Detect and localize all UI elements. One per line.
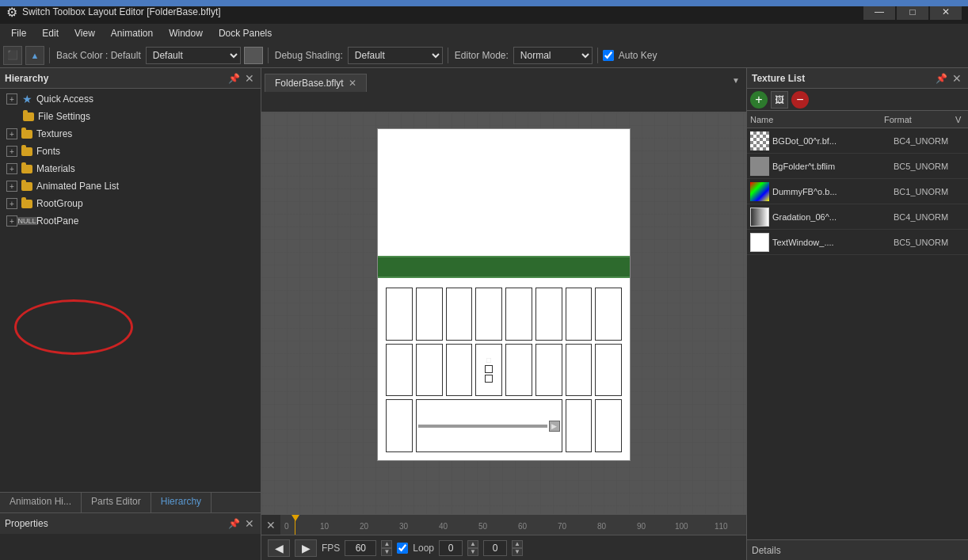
tree-label-textures: Textures (36, 128, 72, 139)
fps-spin-up[interactable]: ▲ (381, 540, 392, 548)
svg-text:80: 80 (597, 522, 607, 531)
texture-row-textwindow[interactable]: TextWindow_.... BC5_UNORM (747, 230, 968, 255)
editor-mode-select[interactable]: Normal (513, 47, 593, 64)
texture-row-bgdot[interactable]: BGDot_00^r.bf... BC4_UNORM (747, 128, 968, 154)
timeline-play-button[interactable]: ▶ (295, 539, 317, 557)
tree-expand-quick-access[interactable]: + (6, 93, 17, 105)
texture-row-gradation[interactable]: Gradation_06^... BC4_UNORM (747, 204, 968, 230)
toolbar-separator-4 (597, 48, 598, 63)
tree-label-quick-access: Quick Access (36, 93, 93, 105)
tree-item-materials[interactable]: + Materials (0, 160, 261, 177)
toolbar-btn-1[interactable]: ⬛ (3, 46, 22, 65)
fps-input[interactable] (345, 540, 376, 556)
tab-hierarchy[interactable]: Hierarchy (151, 493, 212, 512)
tree-expand-root-pane[interactable]: + (6, 215, 17, 227)
tree-label-fonts: Fonts (36, 146, 60, 157)
texture-thumb-textwindow (750, 233, 769, 252)
texture-name-textwindow: TextWindow_.... (772, 238, 890, 247)
debug-shading-select[interactable]: Default (348, 47, 443, 64)
properties-close-button[interactable]: ✕ (243, 517, 256, 530)
loop-checkbox[interactable] (397, 543, 408, 554)
minimize-button[interactable]: — (863, 4, 895, 20)
texture-image-button[interactable]: 🖼 (771, 91, 788, 109)
tree-item-fonts[interactable]: + Fonts (0, 143, 261, 160)
loop-end-input[interactable] (483, 540, 507, 556)
texture-add-button[interactable]: + (750, 91, 768, 109)
tree-item-textures[interactable]: + Textures (0, 125, 261, 143)
tree-item-animated-pane-list[interactable]: + Animated Pane List (0, 177, 261, 195)
texture-format-bgfolder: BC5_UNORM (894, 162, 965, 171)
tree-expand-materials[interactable]: + (6, 163, 17, 174)
loop-end-spin-up[interactable]: ▲ (512, 540, 523, 548)
menu-window[interactable]: Window (161, 26, 211, 40)
tree-expand-animated-pane-list[interactable]: + (6, 181, 17, 192)
texture-row-bgfolder[interactable]: BgFolder^t.bflim BC5_UNORM (747, 154, 968, 179)
menu-view[interactable]: View (67, 26, 103, 40)
canvas-tab-arrow[interactable]: ▼ (732, 76, 740, 85)
menu-file[interactable]: File (3, 26, 34, 40)
toolbar: ⬛ ▲ Back Color : Default Default Debug S… (0, 43, 968, 68)
auto-key-checkbox[interactable] (603, 50, 614, 61)
svg-text:40: 40 (439, 522, 448, 531)
toolbar-btn-2[interactable]: ▲ (25, 46, 44, 65)
grid-cell-2 (416, 288, 443, 341)
debug-shading-label: Debug Shading: (275, 50, 343, 61)
fps-spin-down[interactable]: ▼ (381, 548, 392, 556)
grid-cell-11 (446, 344, 473, 397)
back-color-label: Back Color : Default (56, 50, 141, 61)
texture-name-gradation: Gradation_06^... (772, 212, 890, 222)
folder-icon-fonts (21, 145, 33, 158)
svg-text:30: 30 (399, 522, 409, 531)
canvas-area: FolderBase.bflyt ✕ ▼ (261, 68, 746, 560)
tree-label-file-settings: File Settings (38, 111, 90, 122)
folder-icon-materials (21, 162, 33, 175)
canvas-tab-folder-base[interactable]: FolderBase.bflyt ✕ (265, 74, 367, 92)
loop-start-spin-down[interactable]: ▼ (467, 548, 478, 556)
main-layout: Hierarchy 📌 ✕ + ★ Quick Access File Sett… (0, 68, 968, 560)
canvas-tab-close-button[interactable]: ✕ (349, 78, 356, 89)
loop-start-input[interactable] (439, 540, 463, 556)
tree-item-file-settings[interactable]: File Settings (0, 108, 261, 125)
grid-cell-18: ▶ (416, 399, 562, 452)
tree-expand-fonts[interactable]: + (6, 146, 17, 157)
tree-item-root-group[interactable]: + RootGroup (0, 195, 261, 212)
properties-panel-controls: 📌 ✕ (227, 517, 256, 530)
hierarchy-pin-button[interactable]: 📌 (227, 72, 240, 85)
svg-text:110: 110 (715, 522, 728, 531)
tab-animation-history[interactable]: Animation Hi... (0, 493, 82, 512)
texture-delete-button[interactable]: − (791, 91, 809, 109)
svg-text:0: 0 (284, 522, 289, 531)
svg-text:70: 70 (558, 522, 567, 531)
folder-icon-animated-pane-list (21, 180, 33, 192)
back-color-select[interactable]: Default (146, 47, 241, 64)
timeline-close-button[interactable]: ✕ (261, 516, 280, 535)
loop-end-spin-down[interactable]: ▼ (512, 548, 523, 556)
canvas-container[interactable]: ▶ (261, 112, 746, 514)
tree-item-root-pane[interactable]: + NULL RootPane (0, 212, 261, 230)
maximize-button[interactable]: □ (897, 4, 928, 20)
close-button[interactable]: ✕ (930, 4, 962, 20)
texture-name-bgdot: BGDot_00^r.bf... (772, 136, 890, 146)
timeline-rewind-button[interactable]: ◀ (268, 539, 290, 557)
texture-row-dummyfb[interactable]: DummyFB^o.b... BC1_UNORM (747, 179, 968, 204)
tree-expand-root-group[interactable]: + (6, 198, 17, 209)
folder-icon-textures (21, 128, 33, 140)
menu-animation[interactable]: Animation (103, 26, 161, 40)
loop-start-spin-up[interactable]: ▲ (467, 540, 478, 548)
grid-cell-4 (475, 288, 502, 341)
texture-close-button[interactable]: ✕ (951, 72, 963, 85)
canvas-header (261, 92, 746, 112)
menu-edit[interactable]: Edit (34, 26, 67, 40)
fps-label: FPS (322, 543, 340, 554)
hierarchy-close-button[interactable]: ✕ (243, 72, 256, 85)
menu-dock-panels[interactable]: Dock Panels (211, 26, 280, 40)
color-preview-box (244, 47, 263, 64)
tree-expand-textures[interactable]: + (6, 128, 17, 139)
texture-pin-button[interactable]: 📌 (935, 72, 947, 85)
hierarchy-tabs: Animation Hi... Parts Editor Hierarchy (0, 492, 261, 512)
texture-col-name: Name (747, 115, 881, 124)
folder-icon-root-group (21, 197, 33, 210)
properties-pin-button[interactable]: 📌 (227, 517, 240, 530)
tab-parts-editor[interactable]: Parts Editor (82, 493, 151, 512)
tree-item-quick-access[interactable]: + ★ Quick Access (0, 90, 261, 108)
